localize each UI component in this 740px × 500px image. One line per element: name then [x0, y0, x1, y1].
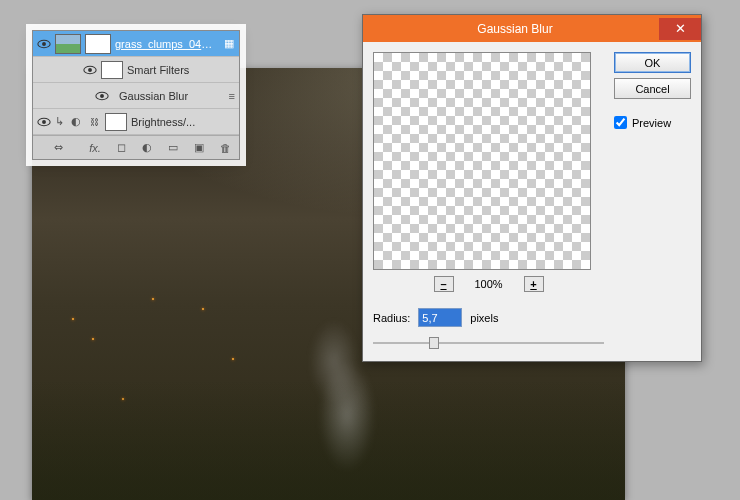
slider-handle[interactable] [429, 337, 439, 349]
clip-icon: ↳ [55, 115, 65, 128]
svg-point-5 [100, 94, 104, 98]
svg-point-3 [88, 68, 92, 72]
visibility-icon[interactable] [37, 37, 51, 51]
smart-filters-row[interactable]: Smart Filters [33, 57, 239, 83]
link-layers-icon[interactable]: ⇔ [39, 140, 77, 156]
layer-mask-thumbnail[interactable] [105, 113, 127, 131]
radius-input[interactable] [418, 308, 462, 327]
visibility-icon[interactable] [83, 63, 97, 77]
visibility-icon[interactable] [37, 115, 51, 129]
preview-checkbox[interactable] [614, 116, 627, 129]
radius-label: Radius: [373, 312, 410, 324]
filter-options-icon[interactable]: ≡ [221, 90, 235, 102]
dialog-title: Gaussian Blur [371, 22, 659, 36]
zoom-out-button[interactable]: – [434, 276, 454, 292]
visibility-icon[interactable] [95, 89, 109, 103]
zoom-level: 100% [468, 278, 510, 290]
smart-filters-label: Smart Filters [127, 64, 235, 76]
ember [92, 338, 94, 340]
layers-panel: grass_clumps_04_b... ▦ Smart Filters Gau… [32, 30, 240, 160]
zoom-controls: – 100% + [373, 276, 604, 292]
link-icon: ⛓ [87, 115, 101, 129]
ember [72, 318, 74, 320]
ember [232, 358, 234, 360]
smart-object-icon: ▦ [222, 37, 235, 50]
radius-unit: pixels [470, 312, 498, 324]
svg-point-1 [42, 42, 46, 46]
layer-row-brightness[interactable]: ↳ ◐ ⛓ Brightness/... [33, 109, 239, 135]
ember [122, 398, 124, 400]
gaussian-blur-dialog: Gaussian Blur ✕ – 100% + Radius: pixels … [362, 14, 702, 362]
layer-row-grass[interactable]: grass_clumps_04_b... ▦ [33, 31, 239, 57]
delete-icon[interactable]: 🗑 [217, 140, 233, 156]
filter-name: Gaussian Blur [119, 90, 217, 102]
ember [152, 298, 154, 300]
close-button[interactable]: ✕ [659, 18, 701, 40]
layer-name: Brightness/... [131, 116, 235, 128]
filter-mask-thumbnail[interactable] [101, 61, 123, 79]
adjustment-layer-icon[interactable]: ◐ [139, 140, 155, 156]
layer-name: grass_clumps_04_b... [115, 38, 218, 50]
preview-checkbox-row[interactable]: Preview [614, 116, 691, 129]
new-layer-icon[interactable]: ▣ [191, 140, 207, 156]
zoom-in-button[interactable]: + [524, 276, 544, 292]
layers-toolbar: ⇔ fx. ◻ ◐ ▭ ▣ 🗑 [33, 135, 239, 159]
fx-icon[interactable]: fx. [87, 140, 103, 156]
ok-button[interactable]: OK [614, 52, 691, 73]
group-icon[interactable]: ▭ [165, 140, 181, 156]
preview-checkbox-label: Preview [632, 117, 671, 129]
layer-thumbnail[interactable] [55, 34, 81, 54]
slider-track [373, 342, 604, 344]
dialog-titlebar[interactable]: Gaussian Blur ✕ [363, 15, 701, 42]
ember [202, 308, 204, 310]
layer-mask-thumbnail[interactable] [85, 34, 111, 54]
radius-slider[interactable] [373, 335, 604, 351]
mask-icon[interactable]: ◻ [113, 140, 129, 156]
svg-point-7 [42, 120, 46, 124]
cancel-button[interactable]: Cancel [614, 78, 691, 99]
filter-row-gaussian[interactable]: Gaussian Blur ≡ [33, 83, 239, 109]
adjustment-icon: ◐ [69, 115, 83, 129]
preview-area[interactable] [373, 52, 591, 270]
